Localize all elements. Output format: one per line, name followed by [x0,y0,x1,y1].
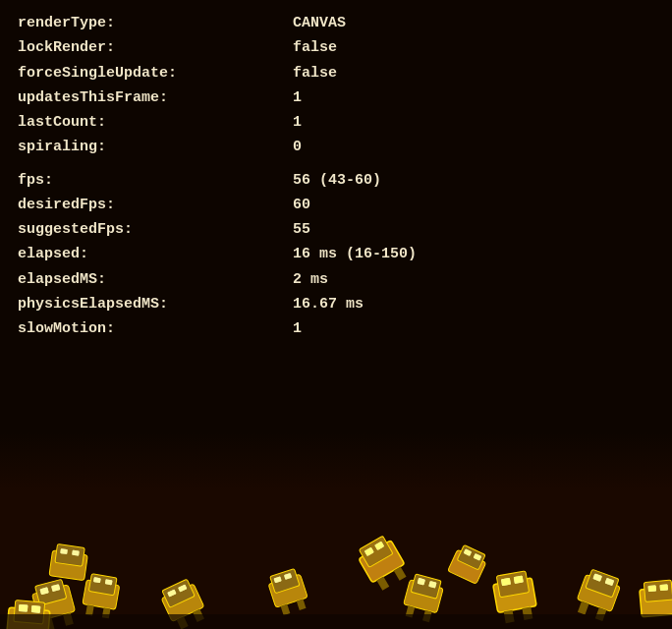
debug-row: lastCount:1 [18,111,654,134]
debug-key: suggestedFps: [18,218,293,241]
debug-key: lockRender: [18,36,293,59]
debug-row: spiraling:0 [18,136,654,158]
debug-value: 16.67 ms [293,293,364,315]
debug-key: spiraling: [18,136,293,158]
svg-rect-70 [660,584,668,591]
debug-key: desiredFps: [18,194,293,216]
debug-value: 56 (43-60) [293,169,381,192]
debug-key: elapsedMS: [18,268,293,291]
debug-value: 55 [293,218,310,241]
svg-rect-72 [55,544,84,567]
debug-row: fps:56 (43-60) [18,169,654,192]
debug-value: 0 [293,136,302,158]
debug-row: physicsElapsedMS:16.67 ms [18,293,654,315]
svg-rect-76 [72,550,80,556]
svg-rect-69 [648,585,656,592]
debug-row: updatesThisFrame:1 [18,86,654,109]
svg-rect-91 [0,614,672,629]
debug-key: updatesThisFrame: [18,86,293,109]
debug-value: 2 ms [293,268,328,291]
game-canvas [0,432,672,629]
svg-rect-21 [19,604,28,612]
debug-row: suggestedFps:55 [18,218,654,241]
svg-rect-75 [60,548,68,554]
debug-row: desiredFps:60 [18,194,654,216]
debug-row: slowMotion:1 [18,317,654,340]
svg-rect-66 [644,580,672,601]
debug-key: forceSingleUpdate: [18,62,293,85]
debug-value: 1 [293,317,302,340]
debug-value: 60 [293,194,310,216]
svg-rect-10 [88,574,117,596]
debug-value: false [293,36,337,59]
debug-row: lockRender:false [18,36,654,59]
debug-panel: renderType:CANVASlockRender:falseforceSi… [0,0,672,354]
debug-row: elapsed:16 ms (16-150) [18,243,654,265]
debug-key: slowMotion: [18,317,293,340]
debug-value: 16 ms (16-150) [293,243,417,265]
svg-rect-22 [31,605,41,613]
debug-row: elapsedMS:2 ms [18,268,654,291]
debug-key: lastCount: [18,111,293,134]
svg-rect-50 [496,571,529,598]
debug-row: forceSingleUpdate:false [18,62,654,85]
debug-value: 1 [293,111,302,134]
debug-row: renderType:CANVAS [18,12,654,34]
debug-key: renderType: [18,12,293,34]
debug-value: CANVAS [293,12,346,34]
debug-value: false [293,62,337,85]
debug-value: 1 [293,86,302,109]
debug-key: physicsElapsedMS: [18,293,293,315]
debug-key: elapsed: [18,243,293,265]
debug-key: fps: [18,169,293,192]
